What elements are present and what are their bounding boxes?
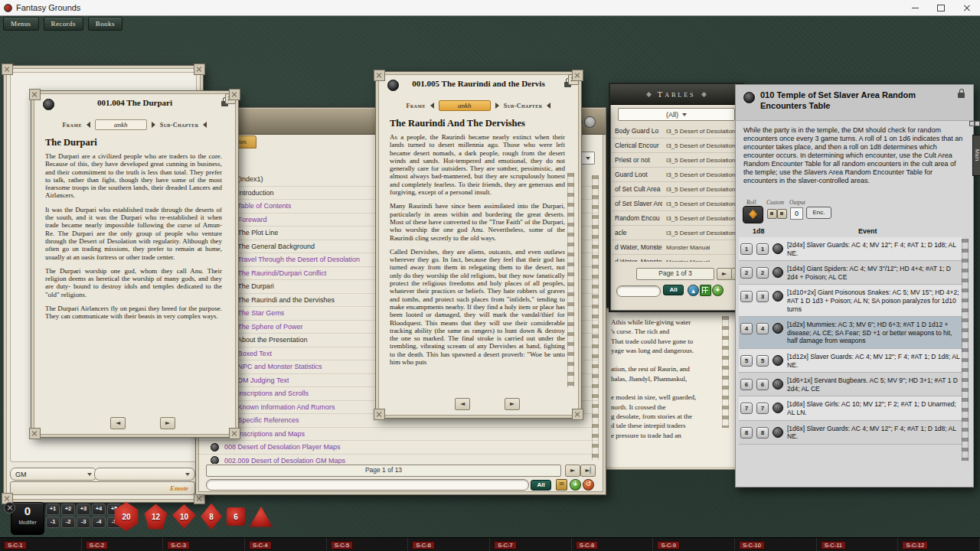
list-item[interactable]: 008 Desert of Desolation Player Maps [197, 441, 598, 455]
window-pin-button[interactable] [584, 116, 596, 128]
hotkey-slot[interactable]: S-C-2 [82, 538, 164, 551]
die-button[interactable]: 8 [201, 504, 222, 530]
table-row[interactable]: Guard Loot I3_5 Desert of Desolation [612, 168, 741, 182]
collapse-button[interactable] [688, 285, 699, 296]
modifier-button[interactable]: -2 [61, 517, 75, 528]
frame-prev-icon[interactable] [430, 103, 434, 109]
encounter-row[interactable]: 6 6 [1d6+1x] Servant Bugbears. AC 5; MV … [739, 373, 962, 396]
hotkey-slot[interactable]: S-C-7 [490, 538, 572, 551]
list-item[interactable]: 007 Inscriptions and Maps [197, 428, 598, 442]
tables-filter-select[interactable]: (All) [618, 108, 735, 121]
frame-prev-icon[interactable] [87, 122, 90, 128]
table-row[interactable]: of Set Cult Area I3_5 Desert of Desolati… [612, 182, 741, 197]
output-modifier-field[interactable]: 0 [790, 207, 803, 220]
table-row[interactable]: d Water, Monster Summ Monster Manual [612, 240, 741, 255]
modifier-button[interactable]: +3 [77, 504, 90, 515]
scroll-indicator[interactable] [722, 316, 729, 428]
subchapter-prev-icon[interactable] [547, 103, 550, 109]
chat-entry-bar[interactable]: Emote [10, 481, 195, 495]
modifier-button[interactable]: -4 [92, 517, 106, 528]
encounter-row[interactable]: 2 2 [1d4x] Giant Spiders: AC 4; MV 3"/12… [739, 261, 962, 285]
encounter-row[interactable]: 8 8 [1d6x] Slaver Guards: AC 4; MV 12"; … [739, 421, 962, 445]
maximize-button[interactable] [928, 0, 954, 15]
lock-icon[interactable] [958, 93, 965, 98]
table-row[interactable]: acle I3_5 Desert of Desolation [612, 226, 741, 240]
roll-table-button[interactable] [743, 206, 763, 223]
list-item[interactable]: 002.009 Desert of Desolation GM Maps [197, 455, 598, 465]
hotkey-slot[interactable]: S-C-12 [898, 538, 980, 551]
sidebar-tab-main[interactable]: Main [972, 135, 980, 176]
next-page-button[interactable] [717, 268, 732, 280]
search-input[interactable] [616, 285, 661, 297]
speaker-select[interactable]: GM [10, 468, 97, 481]
encounter-row[interactable]: 3 3 [1d10+2x] Giant Poisonous Snakes: AC… [739, 285, 962, 317]
scroll-indicator[interactable] [567, 173, 574, 387]
menu-tab-button[interactable]: Books [88, 17, 122, 31]
subchapter-prev-icon[interactable] [203, 122, 207, 128]
modifier-button[interactable]: +1 [46, 504, 60, 515]
encounter-row[interactable]: 1 1 [2d4x] Slaver Guards: AC 4; MV 12"; … [739, 237, 962, 261]
hotkey-slot[interactable]: S-C-5 [327, 538, 409, 551]
die-button[interactable] [250, 507, 273, 527]
custom-dice-slot[interactable] [777, 209, 787, 219]
prev-page-button[interactable] [455, 398, 470, 410]
table-row[interactable]: Priest or not I3_5 Desert of Desolation [612, 153, 741, 168]
close-button[interactable] [954, 0, 980, 15]
hotkey-slot[interactable]: S-C-9 [653, 538, 735, 551]
table-row[interactable]: Random Encou I3_5 Desert of Desolation [612, 211, 741, 226]
sidebar-mini-icon[interactable] [975, 121, 980, 126]
search-input[interactable] [206, 479, 529, 491]
table-row[interactable]: Body Guard Lo I3_5 Desert of Desolation [612, 124, 741, 139]
next-page-button[interactable] [505, 398, 520, 410]
hotkey-slot[interactable]: S-C-4 [245, 538, 327, 551]
emote-mode-label[interactable]: Emote [170, 484, 188, 492]
modifier-box[interactable]: 0 Modifier [11, 502, 44, 535]
hotkey-slot[interactable]: S-C-1 [0, 538, 82, 551]
die-button[interactable]: 6 [227, 507, 245, 526]
filter-all-button[interactable]: All [531, 480, 551, 491]
die-button[interactable]: 10 [172, 504, 196, 529]
frame-value[interactable]: ankh [439, 100, 491, 111]
scroll-indicator[interactable] [592, 175, 599, 460]
window-menu-button[interactable] [387, 80, 399, 91]
reset-filter-button[interactable] [583, 479, 594, 491]
output-to-chat-button[interactable] [556, 479, 567, 491]
minimize-button[interactable] [902, 0, 928, 15]
window-menu-button[interactable] [43, 99, 54, 110]
menu-tab-button[interactable]: Records [44, 17, 83, 31]
scroll-indicator[interactable] [962, 239, 969, 461]
next-page-button[interactable] [565, 465, 580, 477]
hotkey-slot[interactable]: S-C-8 [572, 538, 654, 551]
sidebar-mini-icon[interactable] [969, 121, 975, 126]
modifier-button[interactable]: -3 [77, 517, 90, 528]
filter-all-button[interactable]: All [663, 285, 684, 295]
hotkey-slot[interactable]: S-C-6 [408, 538, 490, 551]
frame-next-icon[interactable] [495, 103, 499, 109]
voice-select[interactable] [94, 468, 195, 481]
modifier-button[interactable]: -1 [46, 517, 60, 528]
frame-value[interactable]: ankh [95, 119, 147, 130]
menu-tab-button[interactable]: Menus [3, 17, 39, 31]
hotkey-slot[interactable]: S-C-11 [817, 538, 899, 551]
modifier-button[interactable]: +2 [61, 504, 75, 515]
modifier-button[interactable]: +4 [92, 504, 106, 515]
hotkey-slot[interactable]: S-C-3 [163, 538, 245, 551]
last-page-button[interactable] [580, 465, 596, 477]
output-target-button[interactable]: Enc. [806, 207, 831, 219]
table-row[interactable]: Clerical Encour I3_5 Desert of Desolatio… [612, 139, 741, 153]
table-row[interactable]: d Water, Monster Summ Monster Manual [612, 255, 741, 262]
grid-view-button[interactable] [700, 285, 711, 296]
hotkey-slot[interactable]: S-C-10 [735, 538, 817, 551]
encounter-row[interactable]: 4 4 [1d2x] Mummies: AC 3; MV 6"; HD 6+3;… [739, 317, 962, 349]
custom-dice-slot[interactable] [767, 209, 777, 219]
die-button[interactable]: 12 [144, 504, 168, 530]
add-table-button[interactable] [712, 285, 724, 296]
encounter-row[interactable]: 7 7 [1d6x] Slave Girls: AC 10; MV 12"; F… [739, 396, 962, 420]
frame-next-icon[interactable] [152, 122, 155, 128]
die-button[interactable]: 20 [113, 502, 139, 531]
prev-page-button[interactable] [110, 417, 126, 429]
next-page-button[interactable] [160, 417, 175, 429]
add-entry-button[interactable] [570, 479, 581, 491]
encounter-row[interactable]: 5 5 [1d12x] Slaver Guards: AC 4; MV 12";… [739, 349, 962, 373]
table-row[interactable]: of Set Slaver Are I3_5 Desert of Desolat… [612, 197, 741, 211]
